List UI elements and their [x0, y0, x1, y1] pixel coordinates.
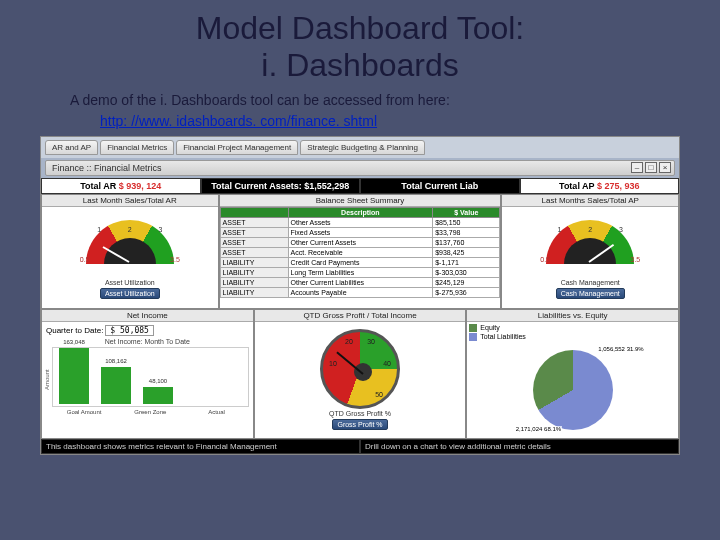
panel-ar-gauge: Last Month Sales/Total AR 123 0.5 3.5 As…	[41, 194, 219, 309]
table-row[interactable]: LIABILITYLong Term Liabilities$-303,030	[220, 267, 500, 277]
panel-liab-equity: Liabilities vs. Equity EquityTotal Liabi…	[466, 309, 679, 439]
table-row[interactable]: ASSETOther Assets$85,150	[220, 217, 500, 227]
legend-item: Total Liabilities	[469, 333, 676, 341]
kpi-row: Total AR $ 939, 124 Total Current Assets…	[41, 178, 679, 194]
table-row[interactable]: ASSETAcct. Receivable$938,425	[220, 247, 500, 257]
gross-profit-button[interactable]: Gross Profit %	[332, 419, 387, 430]
footer-left: This dashboard shows metrics relevant to…	[41, 439, 360, 454]
gross-profit-label: QTD Gross Profit %	[329, 410, 391, 417]
panel-hdr-grossprofit: QTD Gross Profit / Total Income	[255, 310, 466, 322]
footer-right: Drill down on a chart to view additional…	[360, 439, 679, 454]
kpi-current-liab: Total Current Liab	[360, 178, 520, 194]
footer-bar: This dashboard shows metrics relevant to…	[41, 439, 679, 454]
minimize-icon[interactable]: –	[631, 162, 643, 173]
gauge-ar[interactable]: 123 0.5 3.5	[84, 216, 176, 278]
table-row[interactable]: LIABILITYCredit Card Payments$-1,171	[220, 257, 500, 267]
gauge-ap[interactable]: 123 0.5 3.5	[544, 216, 636, 278]
bar-2[interactable]: 48,100	[143, 387, 173, 403]
gauge-ar-label: Asset Utilization	[105, 279, 155, 286]
close-icon[interactable]: ×	[659, 162, 671, 173]
slide-title: Model Dashboard Tool: i. Dashboards	[30, 10, 690, 84]
panel-hdr-liabequity: Liabilities vs. Equity	[467, 310, 678, 322]
panel-ap-gauge: Last Months Sales/Total AP 123 0.5 3.5 C…	[501, 194, 679, 309]
tab-financial-project-management[interactable]: Financial Project Management	[176, 140, 298, 155]
tab-ar-and-ap[interactable]: AR and AP	[45, 140, 98, 155]
maximize-icon[interactable]: □	[645, 162, 657, 173]
pie-legend: EquityTotal Liabilities	[467, 322, 678, 343]
table-row[interactable]: ASSETOther Current Assets$137,760	[220, 237, 500, 247]
table-row[interactable]: ASSETFixed Assets$33,798	[220, 227, 500, 237]
legend-item: Equity	[469, 324, 676, 332]
panel-hdr-netincome: Net Income	[42, 310, 253, 322]
bar-1[interactable]: 108,162	[101, 367, 131, 404]
panel-title: Finance :: Financial Metrics	[52, 163, 162, 173]
kpi-total-ar: Total AR $ 939, 124	[41, 178, 201, 194]
tab-financial-metrics[interactable]: Financial Metrics	[100, 140, 174, 155]
table-row[interactable]: LIABILITYOther Current Liabilities$245,1…	[220, 277, 500, 287]
panel-gross-profit: QTD Gross Profit / Total Income 10 20 30…	[254, 309, 467, 439]
tabs-row: AR and APFinancial MetricsFinancial Proj…	[41, 137, 679, 158]
pie-chart[interactable]: 1,056,552 31.9% 2,171,024 68.1%	[533, 350, 613, 430]
netincome-ylabel: Amount	[44, 345, 50, 415]
dashboard-frame: AR and APFinancial MetricsFinancial Proj…	[40, 136, 680, 455]
balance-sheet-table: Description$ ValueASSETOther Assets$85,1…	[220, 207, 501, 298]
panel-net-income: Net Income Quarter to Date: $ 50,085 Net…	[41, 309, 254, 439]
qtd-label: Quarter to Date:	[46, 326, 103, 335]
kpi-current-assets: Total Current Assets: $1,552,298	[201, 178, 361, 194]
cash-management-button[interactable]: Cash Management	[556, 288, 625, 299]
gauge-gross-profit[interactable]: 10 20 30 40 50	[320, 329, 400, 409]
netincome-bar-chart[interactable]: 163,048108,16248,100	[52, 347, 249, 407]
panel-hdr-ar: Last Month Sales/Total AR	[42, 195, 218, 207]
panel-hdr-ap: Last Months Sales/Total AP	[502, 195, 678, 207]
kpi-total-ap: Total AP $ 275, 936	[520, 178, 680, 194]
panel-balance-sheet: Balance Sheet Summary Description$ Value…	[219, 194, 502, 309]
gauge-ap-label: Cash Management	[561, 279, 620, 286]
table-row[interactable]: LIABILITYAccounts Payable$-275,936	[220, 287, 500, 297]
demo-link[interactable]: http: //www. idashboards. com/finance. s…	[100, 113, 377, 129]
panel-hdr-balance: Balance Sheet Summary	[220, 195, 501, 207]
qtd-value: $ 50,085	[105, 325, 154, 336]
tab-strategic-budgeting-planning[interactable]: Strategic Budgeting & Planning	[300, 140, 425, 155]
asset-utilization-button[interactable]: Asset Utilization	[100, 288, 160, 299]
slide-subtitle: A demo of the i. Dashboards tool can be …	[70, 92, 690, 108]
panel-title-bar: Finance :: Financial Metrics – □ ×	[45, 160, 675, 176]
bar-0[interactable]: 163,048	[59, 348, 89, 404]
